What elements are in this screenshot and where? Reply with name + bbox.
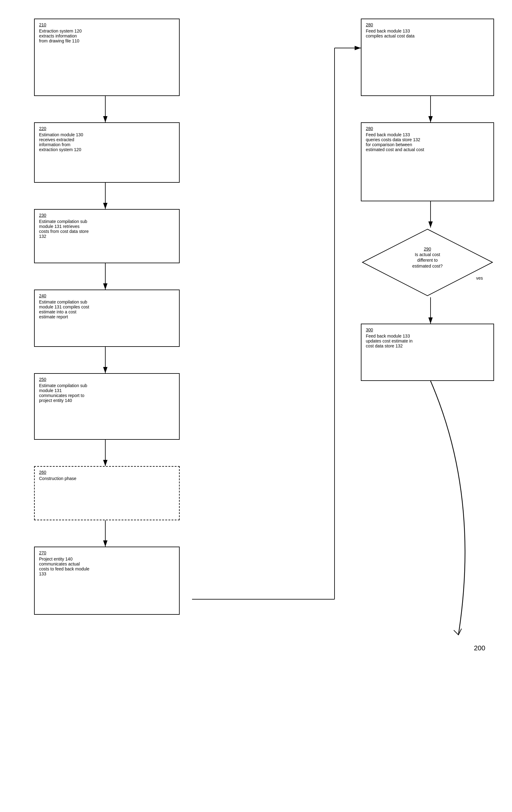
box-280a-text: Feed back module 133 compiles actual cos… <box>366 28 415 38</box>
box-300-num: 300 <box>366 327 489 332</box>
diagram-container: 210 Extraction system 120 extracts infor… <box>0 0 512 812</box>
box-240-num: 240 <box>39 293 175 298</box>
box-220-text: Estimation module 130 receives extracted… <box>39 132 83 152</box>
box-250-text: Estimate compilation sub module 131 comm… <box>39 383 87 403</box>
diamond-290-text: 290 Is actual costdifferent toestimated … <box>390 246 464 269</box>
box-280a: 280 Feed back module 133 compiles actual… <box>361 19 494 96</box>
box-230: 230 Estimate compilation sub module 131 … <box>34 209 180 263</box>
box-260-num: 260 <box>39 470 175 475</box>
box-260-text: Construction phase <box>39 476 77 481</box>
box-250: 250 Estimate compilation sub module 131 … <box>34 373 180 440</box>
diamond-290: 290 Is actual costdifferent toestimated … <box>361 228 494 297</box>
box-260: 260 Construction phase <box>34 466 180 520</box>
box-280a-num: 280 <box>366 22 489 27</box>
yes-label: 200 ves <box>468 276 483 281</box>
label-200: 200 <box>474 644 485 652</box>
box-220: 220 Estimation module 130 receives extra… <box>34 122 180 183</box>
box-270: 270 Project entity 140 communicates actu… <box>34 547 180 615</box>
box-210-num: 210 <box>39 22 175 27</box>
box-280b-text: Feed back module 133 queries costs data … <box>366 132 424 152</box>
box-280b-num: 280 <box>366 126 489 131</box>
box-210: 210 Extraction system 120 extracts infor… <box>34 19 180 96</box>
box-230-num: 230 <box>39 213 175 218</box>
box-280b: 280 Feed back module 133 queries costs d… <box>361 122 494 201</box>
box-240-text: Estimate compilation sub module 131 comp… <box>39 299 89 319</box>
box-250-num: 250 <box>39 377 175 382</box>
box-210-text: Extraction system 120 extracts informati… <box>39 28 82 44</box>
box-270-text: Project entity 140 communicates actual c… <box>39 556 89 576</box>
box-230-text: Estimate compilation sub module 131 retr… <box>39 219 89 239</box>
box-240: 240 Estimate compilation sub module 131 … <box>34 290 180 347</box>
box-270-num: 270 <box>39 550 175 555</box>
box-300-text: Feed back module 133 updates cost estima… <box>366 334 413 348</box>
box-300: 300 Feed back module 133 updates cost es… <box>361 324 494 381</box>
box-220-num: 220 <box>39 126 175 131</box>
